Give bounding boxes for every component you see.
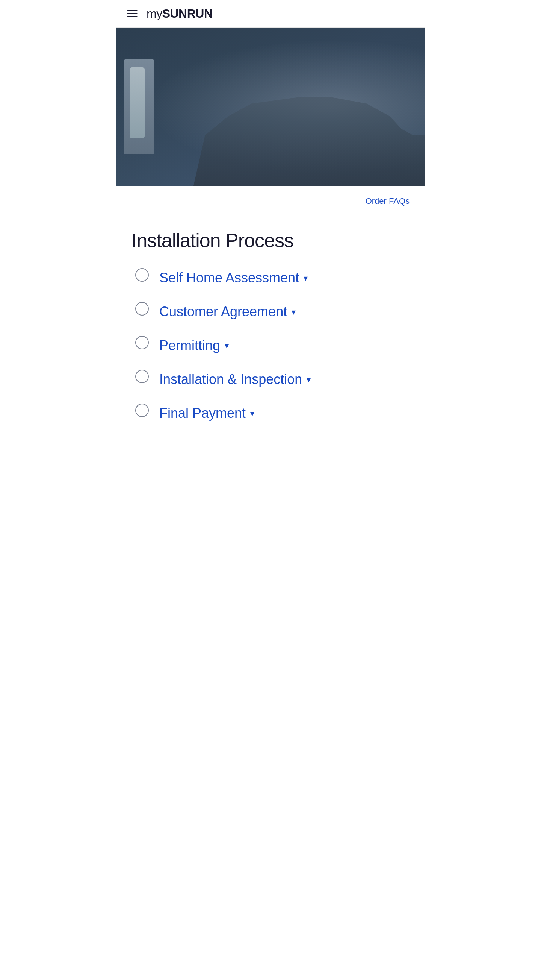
step-connector-4 [135,368,149,402]
step-row-3[interactable]: Permitting ▾ [159,334,229,353]
car-silhouette-decoration [194,59,425,186]
hamburger-line-2 [127,13,138,14]
step-line-4 [142,384,143,402]
process-steps-list: Self Home Assessment ▾ Customer Agreemen… [132,267,409,421]
hamburger-line-3 [127,16,138,17]
step-connector-5 [135,402,149,417]
step-label-1: Self Home Assessment [159,270,299,286]
step-line-3 [142,350,143,368]
logo-text: mySUNRUN [146,7,213,21]
step-circle-4 [135,370,149,383]
step-circle-2 [135,302,149,315]
menu-button[interactable] [125,9,139,19]
step-circle-5 [135,404,149,417]
step-label-2: Customer Agreement [159,304,287,320]
step-item-self-home-assessment: Self Home Assessment ▾ [135,267,409,301]
step-row-4[interactable]: Installation & Inspection ▾ [159,368,311,387]
app-header: mySUNRUN [116,0,425,28]
chevron-down-icon-4: ▾ [306,375,311,385]
step-row-1[interactable]: Self Home Assessment ▾ [159,267,308,286]
chevron-down-icon-3: ▾ [225,341,229,351]
installation-process-section: Installation Process Self Home Assessmen… [132,214,409,444]
step-row-5[interactable]: Final Payment ▾ [159,402,254,421]
section-title: Installation Process [132,229,409,251]
ev-charger-decoration [130,67,144,138]
step-item-installation-inspection: Installation & Inspection ▾ [135,368,409,402]
hero-image [116,28,425,186]
hamburger-line-1 [127,10,138,11]
step-circle-1 [135,268,149,282]
chevron-down-icon-2: ▾ [292,307,296,317]
logo-sunrun: SUNRUN [162,7,213,20]
chevron-down-icon-5: ▾ [250,409,254,418]
step-connector-1 [135,267,149,301]
logo: mySUNRUN [146,7,213,21]
step-item-customer-agreement: Customer Agreement ▾ [135,301,409,334]
step-row-2[interactable]: Customer Agreement ▾ [159,301,296,320]
step-line-2 [142,316,143,334]
step-connector-2 [135,301,149,334]
hero-image-content [116,28,425,186]
logo-my: my [146,7,162,20]
faq-section: Order FAQs [132,186,409,214]
step-label-4: Installation & Inspection [159,371,302,387]
step-connector-3 [135,334,149,368]
step-line-1 [142,282,143,301]
step-item-permitting: Permitting ▾ [135,334,409,368]
step-label-5: Final Payment [159,405,246,421]
step-circle-3 [135,336,149,349]
step-label-3: Permitting [159,337,220,353]
step-item-final-payment: Final Payment ▾ [135,402,409,421]
order-faqs-link[interactable]: Order FAQs [366,196,409,206]
main-content: Order FAQs Installation Process Self Hom… [116,186,425,444]
chevron-down-icon-1: ▾ [303,274,308,283]
